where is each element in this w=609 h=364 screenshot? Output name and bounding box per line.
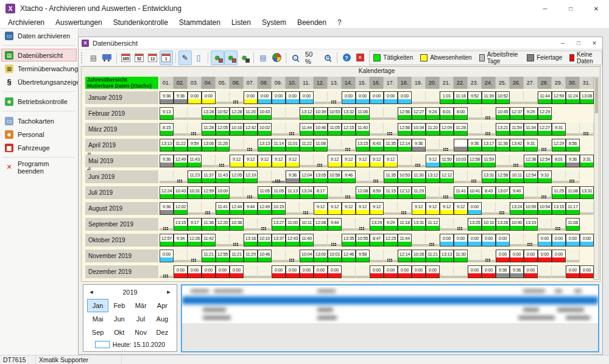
day-cell[interactable]: 10:46 — [258, 250, 272, 262]
day-cell[interactable]: 13:12 — [300, 107, 314, 120]
day-cell[interactable]: 12:56 — [398, 107, 412, 120]
day-cell[interactable]: 11:15 — [384, 186, 398, 199]
day-cell[interactable]: 9:36 — [412, 139, 426, 152]
day-cell[interactable] — [552, 218, 566, 231]
day-cell[interactable]: 9:12 — [370, 155, 384, 167]
day-cell[interactable]: 13:31 — [482, 170, 496, 183]
day-cell[interactable]: 0:00 — [314, 265, 328, 278]
day-cell[interactable]: 13:31 — [580, 186, 594, 199]
day-cell[interactable]: 9:36 — [468, 139, 482, 152]
day-cell[interactable]: 11:08 — [566, 186, 580, 199]
day-cell[interactable]: 0:00 — [538, 250, 552, 262]
day-cell[interactable]: 10:34 — [412, 123, 426, 136]
day-cell[interactable]: 12:08 — [314, 218, 328, 231]
day-cell[interactable]: 0:00 — [258, 91, 272, 104]
day-cell[interactable] — [370, 250, 384, 262]
day-cell[interactable]: 12:55 — [216, 250, 230, 262]
sidebar-item-tachokarten[interactable]: ▭Tachokarten — [1, 114, 77, 127]
day-cell[interactable]: 11:20 — [244, 107, 258, 120]
day-cell[interactable]: 10:53 — [398, 170, 412, 183]
day-cell[interactable]: 11:30 — [412, 170, 426, 183]
day-cell[interactable]: 11:22 — [300, 139, 314, 152]
day-cell[interactable]: 0:00 — [202, 265, 216, 278]
day-cell[interactable]: 9:12 — [258, 155, 272, 167]
day-cell[interactable]: 0:00 — [580, 265, 594, 278]
day-cell[interactable]: 13:25 — [468, 218, 482, 231]
day-cell[interactable]: 13:21 — [496, 123, 510, 136]
day-cell[interactable] — [272, 170, 286, 183]
day-cell[interactable]: 10:10 — [258, 234, 272, 247]
day-cell[interactable]: 0:00 — [552, 234, 566, 247]
day-cell[interactable] — [202, 202, 216, 215]
day-cell[interactable]: 11:12 — [426, 218, 440, 231]
calendar-scrollbar[interactable] — [594, 77, 599, 280]
day-cell[interactable]: 0:00 — [370, 91, 384, 104]
day-cell[interactable] — [524, 186, 538, 199]
day-cell[interactable] — [454, 218, 468, 231]
day-cell[interactable]: 11:08 — [566, 218, 580, 231]
day-cell[interactable]: 12:05 — [216, 123, 230, 136]
day-cell[interactable]: 11:44 — [300, 123, 314, 136]
day-cell[interactable]: 13:37 — [272, 234, 286, 247]
day-cell[interactable]: 12:43 — [286, 234, 300, 247]
day-cell[interactable]: 9:52 — [468, 91, 482, 104]
day-cell[interactable]: 0:00 — [384, 91, 398, 104]
day-cell[interactable]: 11:35 — [384, 139, 398, 152]
day-cell[interactable]: 0:00 — [216, 265, 230, 278]
day-cell[interactable]: 12:15 — [342, 123, 356, 136]
day-cell[interactable]: 0:00 — [202, 91, 216, 104]
day-cell[interactable]: 10:58 — [328, 170, 342, 183]
day-cell[interactable]: 9:49 — [510, 186, 524, 199]
day-cell[interactable] — [272, 107, 286, 120]
day-cell[interactable]: 13:15 — [356, 139, 370, 152]
day-cell[interactable]: 9:29 — [524, 107, 538, 120]
day-cell[interactable]: 0:00 — [398, 265, 412, 278]
day-cell[interactable]: 9:36 — [160, 202, 174, 215]
day-cell[interactable] — [174, 170, 188, 183]
day-cell[interactable] — [286, 107, 300, 120]
day-cell[interactable]: 8:01 — [552, 155, 566, 167]
day-cell[interactable] — [482, 107, 496, 120]
day-cell[interactable] — [412, 234, 426, 247]
day-cell[interactable]: 12:59 — [202, 186, 216, 199]
menu-item-stammdaten[interactable]: Stammdaten — [174, 17, 226, 28]
day-cell[interactable]: 12:58 — [496, 170, 510, 183]
day-cell[interactable]: 13:42 — [510, 139, 524, 152]
paste-document-button[interactable]: ▯ — [192, 51, 205, 65]
day-cell[interactable] — [244, 218, 258, 231]
day-cell[interactable]: 8:59 — [370, 186, 384, 199]
day-cell[interactable]: 13:28 — [202, 107, 216, 120]
day-cell[interactable]: 9:36 — [510, 265, 524, 278]
day-cell[interactable]: 12:29 — [552, 139, 566, 152]
day-cell[interactable] — [384, 123, 398, 136]
picker-month-jan[interactable]: Jan — [87, 299, 108, 312]
menu-item-beenden[interactable]: Beenden — [292, 17, 332, 28]
minimize-button[interactable]: ─ — [532, 0, 558, 17]
day-cell[interactable] — [426, 234, 440, 247]
day-cell[interactable] — [216, 91, 230, 104]
day-cell[interactable]: 12:44 — [230, 202, 244, 215]
day-cell[interactable] — [496, 202, 510, 215]
sidebar-item-personal[interactable]: ☻Personal — [1, 128, 77, 141]
day-cell[interactable]: 9:12 — [230, 155, 244, 167]
day-cell[interactable] — [426, 186, 440, 199]
day-cell[interactable]: 0:00 — [370, 265, 384, 278]
picker-month-mar[interactable]: Mär — [130, 299, 152, 312]
day-cell[interactable] — [188, 107, 202, 120]
day-cell[interactable]: 12:54 — [524, 170, 538, 183]
day-cell[interactable]: 11:36 — [496, 139, 510, 152]
day-cell[interactable]: 9:12 — [244, 155, 258, 167]
day-cell[interactable]: 11:18 — [398, 218, 412, 231]
day-cell[interactable]: 0:00 — [482, 265, 496, 278]
day-cell[interactable] — [328, 186, 342, 199]
day-cell[interactable]: 9:17 — [188, 218, 202, 231]
day-cell[interactable]: 11:37 — [202, 170, 216, 183]
day-cell[interactable] — [286, 202, 300, 215]
day-cell[interactable]: 0:00 — [356, 91, 370, 104]
day-cell[interactable]: 10:52 — [496, 91, 510, 104]
day-cell[interactable]: 10:43 — [258, 107, 272, 120]
day-cell[interactable]: 11:23 — [188, 170, 202, 183]
day-cell[interactable]: 9:12 — [426, 202, 440, 215]
day-cell[interactable]: 11:21 — [230, 250, 244, 262]
day-cell[interactable]: 0:00 — [524, 250, 538, 262]
